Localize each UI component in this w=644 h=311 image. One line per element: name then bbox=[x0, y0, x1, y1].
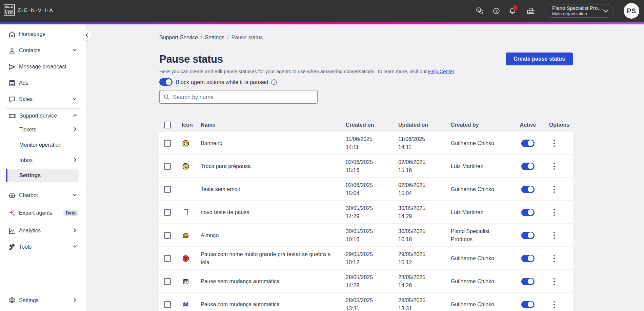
svg-text:?: ? bbox=[495, 9, 498, 13]
svg-text:?: ? bbox=[478, 8, 479, 11]
